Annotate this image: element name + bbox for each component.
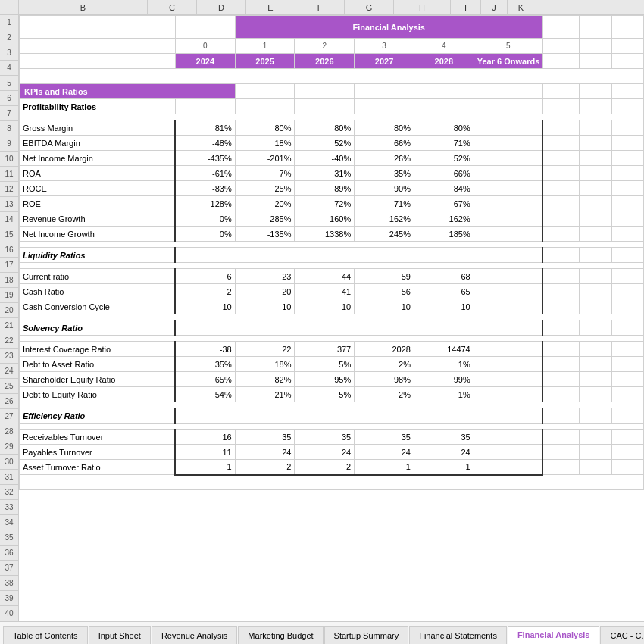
spacer-efficiency-1 <box>20 402 644 408</box>
revenue-growth-row: Revenue Growth 0% 285% 160% 162% 162% <box>20 211 644 227</box>
tab-financial-analysis[interactable]: Financial Analysis <box>508 626 600 644</box>
roa-label: ROA <box>20 166 176 181</box>
gross-margin-label: Gross Margin <box>20 120 176 136</box>
tab-marketing-budget[interactable]: Marketing Budget <box>238 626 323 644</box>
year-2026: 2026 <box>295 54 355 69</box>
col-header-H: H <box>394 0 451 14</box>
tab-revenue-analysis[interactable]: Revenue Analysis <box>152 626 237 644</box>
main-grid[interactable]: Financial Analysis 0 1 2 3 4 5 <box>19 15 644 621</box>
tab-cac[interactable]: CAC - C... <box>600 626 644 644</box>
roe-label: ROE <box>20 196 176 211</box>
debt-to-equity-row: Debt to Equity Ratio 54% 21% 5% 2% 1% <box>20 387 644 402</box>
cash-ratio-label: Cash Ratio <box>20 284 176 299</box>
receivables-turnover-label: Receivables Turnover <box>20 430 176 445</box>
interest-coverage-row: Interest Coverage Ratio -38 22 377 2028 … <box>20 342 644 357</box>
roa-row: ROA -61% 7% 31% 35% 66% <box>20 166 644 181</box>
interest-coverage-label: Interest Coverage Ratio <box>20 342 176 357</box>
spacer-solvency-1 <box>20 314 644 320</box>
shareholder-equity-row: Shareholder Equity Ratio 65% 82% 95% 98%… <box>20 372 644 387</box>
cash-ratio-row: Cash Ratio 2 20 41 56 65 <box>20 284 644 299</box>
year-num-row: 0 1 2 3 4 5 <box>20 39 644 54</box>
year-num-4: 4 <box>414 39 474 54</box>
year-num-3: 3 <box>355 39 414 54</box>
payables-turnover-label: Payables Turnover <box>20 445 176 460</box>
year-2028: 2028 <box>414 54 474 69</box>
year-2027: 2027 <box>355 54 414 69</box>
col-header-D: D <box>197 0 246 14</box>
solvency-label: Solvency Ratio <box>20 320 176 336</box>
gross-margin-2025: 80% <box>235 120 295 136</box>
gross-margin-yr6 <box>474 120 542 136</box>
debt-to-asset-label: Debt to Asset Ratio <box>20 357 176 372</box>
col-header-C: C <box>148 0 197 14</box>
tab-bar: Table of Contents Input Sheet Revenue An… <box>0 621 644 644</box>
col-header-J: J <box>481 0 508 14</box>
title-row: Financial Analysis <box>20 16 644 39</box>
col-header-G: G <box>345 0 394 14</box>
spacer-row-4 <box>20 69 644 84</box>
year-2024: 2024 <box>175 54 235 69</box>
payables-turnover-row: Payables Turnover 11 24 24 24 24 <box>20 445 644 460</box>
net-income-margin-row: Net Income Margin -435% -201% -40% 26% 5… <box>20 151 644 166</box>
tab-input-sheet[interactable]: Input Sheet <box>89 626 151 644</box>
asset-turnover-label: Asset Turnover Ratio <box>20 460 176 475</box>
roce-row: ROCE -83% 25% 89% 90% 84% <box>20 181 644 196</box>
tab-financial-statements[interactable]: Financial Statements <box>409 626 507 644</box>
col-header-K: K <box>508 0 534 14</box>
asset-turnover-row: Asset Turnover Ratio 1 2 2 1 1 <box>20 460 644 475</box>
gross-margin-2026: 80% <box>295 120 355 136</box>
col-header-I: I <box>451 0 481 14</box>
col-header-E: E <box>246 0 295 14</box>
net-income-margin-label: Net Income Margin <box>20 151 176 166</box>
tab-startup-summary[interactable]: Startup Summary <box>324 626 409 644</box>
spacer-efficiency-2 <box>20 424 644 430</box>
cash-conversion-label: Cash Conversion Cycle <box>20 299 176 314</box>
year-num-1: 1 <box>235 39 295 54</box>
efficiency-label: Efficiency Ratio <box>20 408 176 424</box>
profitability-label: Profitability Ratios <box>20 99 176 114</box>
debt-to-equity-label: Debt to Equity Ratio <box>20 387 176 402</box>
ebitda-margin-row: EBITDA Margin -48% 18% 52% 66% 71% <box>20 136 644 151</box>
roe-row: ROE -128% 20% 72% 71% 67% <box>20 196 644 211</box>
spacer-liquidity-2 <box>20 263 644 269</box>
spacer-solvency-2 <box>20 336 644 342</box>
year-num-5: 5 <box>474 39 542 54</box>
roce-label: ROCE <box>20 181 176 196</box>
solvency-header-row: Solvency Ratio <box>20 320 644 336</box>
net-income-growth-row: Net Income Growth 0% -135% 1338% 245% 18… <box>20 227 644 242</box>
year-2025: 2025 <box>235 54 295 69</box>
spacer-liquidity-1 <box>20 242 644 248</box>
liquidity-label: Liquidity Ratios <box>20 248 176 263</box>
gross-margin-2027: 80% <box>355 120 414 136</box>
profitability-header-row: Profitability Ratios <box>20 99 644 114</box>
receivables-turnover-row: Receivables Turnover 16 35 35 35 35 <box>20 430 644 445</box>
efficiency-header-row: Efficiency Ratio <box>20 408 644 424</box>
year-num-0: 0 <box>175 39 235 54</box>
gross-margin-2028: 80% <box>414 120 474 136</box>
net-income-growth-label: Net Income Growth <box>20 227 176 242</box>
year-num-2: 2 <box>295 39 355 54</box>
spreadsheet-title: Financial Analysis <box>235 16 542 39</box>
kpis-label: KPIs and Ratios <box>20 84 236 99</box>
cash-conversion-row: Cash Conversion Cycle 10 10 10 10 10 <box>20 299 644 314</box>
year-label-row: 2024 2025 2026 2027 2028 Year 6 Onwards <box>20 54 644 69</box>
current-ratio-label: Current ratio <box>20 269 176 284</box>
ebitda-margin-label: EBITDA Margin <box>20 136 176 151</box>
year-6-onwards: Year 6 Onwards <box>474 54 542 69</box>
tab-table-of-contents[interactable]: Table of Contents <box>3 626 88 644</box>
column-headers: B C D E F G H I J K <box>0 0 644 15</box>
spacer-row-7 <box>20 114 644 120</box>
gross-margin-2024: 81% <box>175 120 235 136</box>
row-numbers: 1 2 3 4 5 6 7 8 9 10 11 12 13 14 15 16 1… <box>0 15 19 621</box>
debt-to-asset-row: Debt to Asset Ratio 35% 18% 5% 2% 1% <box>20 357 644 372</box>
kpis-section-row: KPIs and Ratios <box>20 84 644 99</box>
shareholder-equity-label: Shareholder Equity Ratio <box>20 372 176 387</box>
padding-row-1 <box>20 475 644 490</box>
current-ratio-row: Current ratio 6 23 44 59 68 <box>20 269 644 284</box>
revenue-growth-label: Revenue Growth <box>20 211 176 227</box>
col-header-B: B <box>19 0 148 14</box>
gross-margin-row: Gross Margin 81% 80% 80% 80% 80% <box>20 120 644 136</box>
col-header-F: F <box>295 0 345 14</box>
liquidity-header-row: Liquidity Ratios <box>20 248 644 263</box>
spreadsheet-table: Financial Analysis 0 1 2 3 4 5 <box>19 15 644 490</box>
